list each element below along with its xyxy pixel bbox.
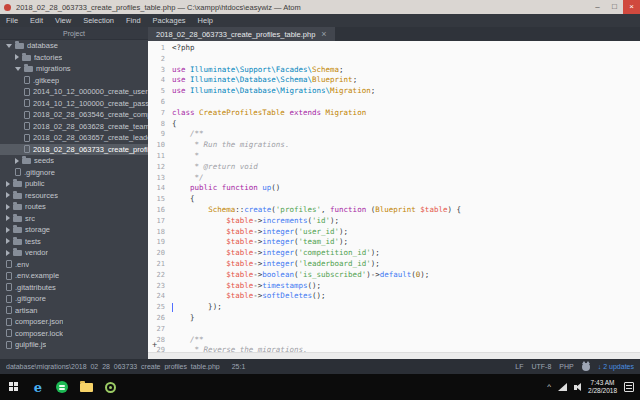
tree-item-gulpfile.js[interactable]: gulpfile.js [0,339,148,351]
network-icon[interactable] [558,383,567,391]
code-line[interactable]: 5use Illuminate\Database\Migrations\Migr… [148,86,640,97]
menu-item-view[interactable]: View [49,14,77,27]
code-line[interactable]: 26 } [148,313,640,324]
atom-taskbar-button[interactable] [98,374,122,400]
menu-item-edit[interactable]: Edit [24,14,49,27]
browser-taskbar-button[interactable] [26,374,50,400]
tree-item-seeds[interactable]: seeds [0,155,148,167]
chevron-right-icon[interactable] [6,181,10,187]
start-taskbar-button[interactable] [2,374,26,400]
line-ending-indicator[interactable]: LF [515,363,523,370]
tree-item-.gitignore[interactable]: .gitignore [0,293,148,305]
menu-item-help[interactable]: Help [192,14,219,27]
code-line[interactable]: 18 $table->integer('user_id'); [148,227,640,238]
chevron-right-icon[interactable] [15,54,19,60]
code-line[interactable]: 21 $table->integer('leaderboard_id'); [148,259,640,270]
code-line[interactable]: 4use Illuminate\Database\Schema\Blueprin… [148,75,640,86]
tab-close-icon[interactable]: × [321,29,326,39]
chevron-right-icon[interactable] [6,227,10,233]
tree-item-2014_10_12_100000_create_passworc[interactable]: 2014_10_12_100000_create_passworc [0,98,148,110]
code-line[interactable]: 10 * Run the migrations. [148,140,640,151]
chevron-right-icon[interactable] [6,238,10,244]
tree-item-src[interactable]: src [0,213,148,225]
plus-icon[interactable]: + [152,341,157,350]
code-line[interactable]: 15 { [148,194,640,205]
tree-item-.env[interactable]: .env [0,259,148,271]
action-center-icon[interactable] [624,382,634,392]
tree-item-resources[interactable]: resources [0,190,148,202]
menu-item-packages[interactable]: Packages [147,14,192,27]
tree-item-tests[interactable]: tests [0,236,148,248]
code-line[interactable]: 16 Schema::create('profiles', function (… [148,205,640,216]
code-line[interactable]: 24 $table->softDeletes(); [148,291,640,302]
github-icon[interactable] [582,363,590,371]
tree-item-artisan[interactable]: artisan [0,305,148,317]
spotify-taskbar-button[interactable] [50,374,74,400]
code-line[interactable]: 7class CreateProfilesTable extends Migra… [148,108,640,119]
menu-item-find[interactable]: Find [120,14,147,27]
explorer-taskbar-button[interactable] [74,374,98,400]
tree-item-public[interactable]: public [0,178,148,190]
code-line[interactable]: 3use Illuminate\Support\Facades\Schema; [148,65,640,76]
tree-item-composer.lock[interactable]: composer.lock [0,328,148,340]
code-area[interactable]: 1<?php23use Illuminate\Support\Facades\S… [148,41,640,359]
tree-item-.gitattributes[interactable]: .gitattributes [0,282,148,294]
tree-item-2018_02_28_063733_create_profiles_t[interactable]: 2018_02_28_063733_create_profiles_t [0,144,148,156]
code-line[interactable]: 14 public function up() [148,183,640,194]
code-line[interactable]: 1<?php [148,43,640,54]
code-line[interactable]: 22 $table->boolean('is_subscribed')->def… [148,270,640,281]
tree-item-.gitkeep[interactable]: .gitkeep [0,75,148,87]
code-line[interactable]: 28 /** [148,335,640,346]
code-line[interactable]: 17 $table->increments('id'); [148,216,640,227]
chevron-right-icon[interactable] [6,215,10,221]
taskbar-clock[interactable]: 7:43 AM 2/28/2018 [588,379,617,395]
editor[interactable]: 1<?php23use Illuminate\Support\Facades\S… [148,41,640,359]
code-line[interactable]: 20 $table->integer('competition_id'); [148,248,640,259]
code-line[interactable]: 11 * [148,151,640,162]
tree-item-.gitignore[interactable]: .gitignore [0,167,148,179]
encoding-indicator[interactable]: UTF-8 [532,363,552,370]
code-line[interactable]: 8{ [148,119,640,130]
tree-item-.env.example[interactable]: .env.example [0,270,148,282]
cursor-position[interactable]: 25:1 [232,363,246,370]
tree-item-2014_10_12_000000_create_users_tab[interactable]: 2014_10_12_000000_create_users_tab [0,86,148,98]
chevron-right-icon[interactable] [6,192,10,198]
chevron-up-icon[interactable]: ^ [547,383,551,391]
chevron-down-icon[interactable] [15,67,21,71]
code-line[interactable]: 2 [148,54,640,65]
horizontal-scrollbar[interactable] [148,352,640,359]
tree-item-vendor[interactable]: vendor [0,247,148,259]
minimize-button[interactable]: – [589,0,606,14]
chevron-right-icon[interactable] [15,158,19,164]
maximize-button[interactable]: □ [606,0,623,14]
tree-item-database[interactable]: database [0,40,148,52]
chevron-down-icon[interactable] [6,44,12,48]
tree-item-2018_02_28_063628_create_teams_ta[interactable]: 2018_02_28_063628_create_teams_ta [0,121,148,133]
line-number: 3 [148,65,172,76]
spotify-icon [56,381,68,393]
chevron-right-icon[interactable] [6,204,10,210]
tree-item-storage[interactable]: storage [0,224,148,236]
code-line[interactable]: 23 $table->timestamps(); [148,281,640,292]
code-line[interactable]: 6 [148,97,640,108]
code-line[interactable]: 27 [148,324,640,335]
grammar-indicator[interactable]: PHP [559,363,573,370]
tab-2018_02_28_063733_create_profiles_table.php[interactable]: 2018_02_28_063733_create_profiles_table.… [148,27,335,41]
code-line[interactable]: 9 /** [148,129,640,140]
code-line[interactable]: 13 */ [148,173,640,184]
tree-item-2018_02_28_063657_create_leaderbo[interactable]: 2018_02_28_063657_create_leaderbo [0,132,148,144]
tree-item-2018_02_28_063546_create_competit[interactable]: 2018_02_28_063546_create_competit [0,109,148,121]
updates-button[interactable]: ↓ 2 updates [598,363,634,370]
tree-item-routes[interactable]: routes [0,201,148,213]
volume-icon[interactable] [574,385,577,390]
close-button[interactable]: × [623,0,640,14]
tree-item-composer.json[interactable]: composer.json [0,316,148,328]
tree-item-factories[interactable]: factories [0,52,148,64]
code-line[interactable]: 12 * @return void [148,162,640,173]
code-line[interactable]: 19 $table->integer('team_id'); [148,237,640,248]
menu-item-file[interactable]: File [0,14,24,27]
tree-item-migrations[interactable]: migrations [0,63,148,75]
menu-item-selection[interactable]: Selection [77,14,120,27]
code-line[interactable]: 25 }); [148,302,640,313]
chevron-right-icon[interactable] [6,250,10,256]
